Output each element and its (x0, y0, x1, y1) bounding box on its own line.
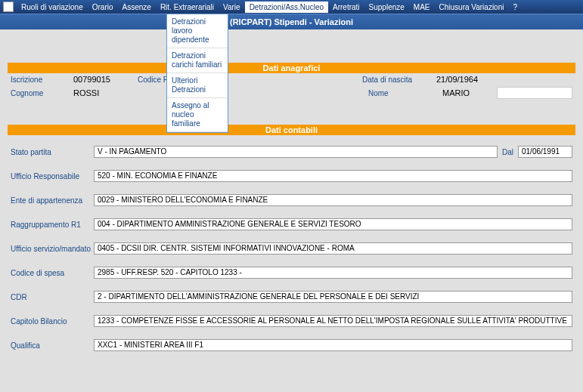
window-title: (RICPART) Stipendi - Variazioni (0, 14, 583, 29)
menu-orario[interactable]: Orario (88, 3, 118, 11)
ente-row: Ente di appartenenza 0029 - MINISTERO DE… (8, 193, 575, 208)
menu-varie[interactable]: Varie (219, 3, 245, 11)
cdr-label: CDR (11, 293, 94, 301)
app-menu-button[interactable] (3, 2, 14, 12)
menu-help[interactable]: ? (508, 3, 522, 11)
nome-field[interactable]: MARIO (442, 88, 488, 97)
contabili-header: Dati contabili (8, 125, 575, 135)
codice-spesa-field[interactable]: 2985 - UFF.RESP. 520 - CAPITOLO 1233 - (94, 267, 572, 279)
nome-label: Nome (368, 89, 436, 97)
ufficio-servizio-field[interactable]: 0405 - DCSII DIR. CENTR. SISTEMI INFORMA… (94, 242, 572, 255)
ufficio-responsabile-label: Ufficio Responsabile (11, 172, 94, 181)
dropdown-assegno[interactable]: Assegno al nucleo familiare (167, 98, 228, 132)
menu-mae[interactable]: MAE (409, 3, 435, 11)
capitolo-label: Capitolo Bilancio (11, 317, 94, 326)
iscrizione-label: Iscrizione (11, 76, 67, 84)
capitolo-row: Capitolo Bilancio 1233 - COMPETENZE FISS… (8, 313, 575, 329)
ufficio-responsabile-field[interactable]: 520 - MIN. ECONOMIA E FINANZE (94, 170, 572, 182)
dropdown-detrazioni-lavoro[interactable]: Detrazioni lavoro dipendente (167, 14, 228, 48)
cognome-label: Cognome (11, 89, 67, 97)
anag-row-1: Iscrizione 00799015 Codice Fiscale Data … (8, 73, 575, 85)
raggruppamento-field[interactable]: 004 - DIPARTIMENTO AMMINISTRAZIONE GENER… (94, 218, 572, 230)
menu-supplenze[interactable]: Supplenze (364, 3, 409, 11)
ufficio-responsabile-row: Ufficio Responsabile 520 - MIN. ECONOMIA… (8, 168, 575, 184)
codice-spesa-label: Codice di spesa (11, 269, 94, 277)
menu-chiusura[interactable]: Chiusura Variazioni (435, 3, 509, 11)
ufficio-servizio-label: Ufficio servizio/mandato (11, 245, 94, 253)
dal-field[interactable]: 01/06/1991 (518, 146, 572, 158)
raggruppamento-label: Raggruppamento R1 (11, 221, 94, 229)
menu-ruoli[interactable]: Ruoli di variazione (17, 3, 88, 11)
codice-spesa-row: Codice di spesa 2985 - UFF.RESP. 520 - C… (8, 265, 575, 280)
nome-field-extra[interactable] (497, 87, 572, 99)
cdr-row: CDR 2 - DIPARTIMENTO DELL'AMMINISTRAZION… (8, 289, 575, 304)
ufficio-servizio-row: Ufficio servizio/mandato 0405 - DCSII DI… (8, 241, 575, 256)
data-nascita-field[interactable]: 21/09/1964 (436, 75, 491, 84)
menu-assenze[interactable]: Assenze (118, 3, 156, 11)
menu-detrazioni[interactable]: Detrazioni/Ass.Nucleo (245, 2, 328, 13)
stato-partita-row: Stato partita V - IN PAGAMENTO Dal 01/06… (8, 144, 575, 159)
detrazioni-dropdown: Detrazioni lavoro dipendente Detrazioni … (166, 14, 228, 133)
dropdown-detrazioni-carichi[interactable]: Detrazioni carichi familiari (167, 48, 228, 73)
qualifica-row: Qualifica XXC1 - MINISTERI AREA III F1 (8, 338, 575, 353)
anagrafici-header: Dati anagrafici (8, 63, 575, 73)
stato-partita-field[interactable]: V - IN PAGAMENTO (94, 146, 498, 158)
qualifica-label: Qualifica (11, 341, 94, 350)
qualifica-field[interactable]: XXC1 - MINISTERI AREA III F1 (94, 339, 572, 351)
iscrizione-field[interactable]: 00799015 (73, 75, 110, 84)
stato-partita-label: Stato partita (11, 148, 94, 156)
data-nascita-label: Data di nascita (362, 76, 430, 84)
cdr-field[interactable]: 2 - DIPARTIMENTO DELL'AMMINISTRAZIONE GE… (94, 291, 572, 303)
menubar: Ruoli di variazione Orario Assenze Rit. … (0, 0, 583, 14)
raggruppamento-row: Raggruppamento R1 004 - DIPARTIMENTO AMM… (8, 217, 575, 232)
ente-label: Ente di appartenenza (11, 196, 94, 205)
ente-field[interactable]: 0029 - MINISTERO DELL'ECONOMIA E FINANZE (94, 194, 572, 206)
menu-arretrati[interactable]: Arretrati (328, 3, 364, 11)
dal-label: Dal (502, 148, 513, 156)
capitolo-field[interactable]: 1233 - COMPETENZE FISSE E ACCESSORIE AL … (94, 315, 572, 327)
menu-rit[interactable]: Rit. Extraerariali (156, 3, 219, 11)
cognome-field[interactable]: ROSSI (73, 88, 119, 97)
anag-row-2: Cognome ROSSI Nome MARIO (8, 85, 575, 100)
dropdown-ulteriori[interactable]: Ulteriori Detrazioni (167, 73, 228, 98)
